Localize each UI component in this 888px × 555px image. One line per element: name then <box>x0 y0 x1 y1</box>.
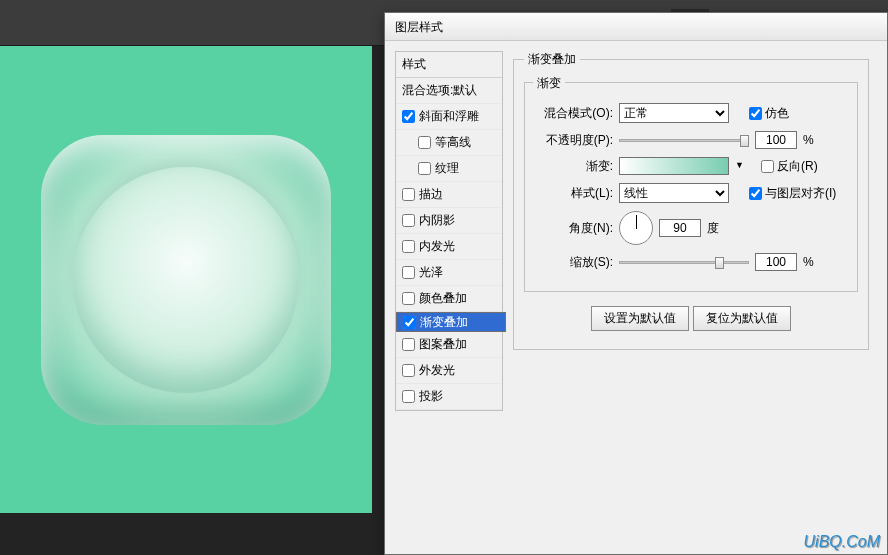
gradient-subgroup: 渐变 混合模式(O): 正常 仿色 不透明度(P): <box>524 82 858 292</box>
styles-header[interactable]: 样式 <box>396 52 502 78</box>
opacity-label: 不透明度(P): <box>535 132 613 149</box>
color-overlay-row[interactable]: 颜色叠加 <box>396 286 502 312</box>
style-label: 样式(L): <box>535 185 613 202</box>
inner-shadow-row[interactable]: 内阴影 <box>396 208 502 234</box>
stroke-row[interactable]: 描边 <box>396 182 502 208</box>
dialog-title: 图层样式 <box>395 20 443 34</box>
opacity-input[interactable] <box>755 131 797 149</box>
color-overlay-checkbox[interactable] <box>402 292 415 305</box>
texture-label: 纹理 <box>435 160 459 177</box>
texture-checkbox[interactable] <box>418 162 431 175</box>
overlay-group-title: 渐变叠加 <box>524 51 580 68</box>
outer-glow-row[interactable]: 外发光 <box>396 358 502 384</box>
reset-default-button[interactable]: 复位为默认值 <box>693 306 791 331</box>
stroke-checkbox[interactable] <box>402 188 415 201</box>
pattern-overlay-row[interactable]: 图案叠加 <box>396 332 502 358</box>
gradient-overlay-row[interactable]: 渐变叠加 <box>396 312 506 332</box>
blend-mode-label: 混合模式(O): <box>535 105 613 122</box>
gradient-label: 渐变: <box>535 158 613 175</box>
inner-shadow-checkbox[interactable] <box>402 214 415 227</box>
dialog-titlebar[interactable]: 图层样式 <box>385 13 887 41</box>
pattern-overlay-checkbox[interactable] <box>402 338 415 351</box>
drop-shadow-row[interactable]: 投影 <box>396 384 502 410</box>
layer-style-dialog: 图层样式 样式 混合选项:默认 斜面和浮雕 等高线 纹理 描边 <box>384 12 888 555</box>
outer-glow-label: 外发光 <box>419 362 455 379</box>
contour-row[interactable]: 等高线 <box>396 130 502 156</box>
reverse-checkbox[interactable] <box>761 160 774 173</box>
bevel-row[interactable]: 斜面和浮雕 <box>396 104 502 130</box>
align-label: 与图层对齐(I) <box>765 185 836 202</box>
drop-shadow-checkbox[interactable] <box>402 390 415 403</box>
pattern-overlay-label: 图案叠加 <box>419 336 467 353</box>
angle-input[interactable] <box>659 219 701 237</box>
align-checkbox[interactable] <box>749 187 762 200</box>
gradient-overlay-checkbox[interactable] <box>403 316 416 329</box>
document-canvas[interactable] <box>0 46 372 513</box>
opacity-unit: % <box>803 133 814 147</box>
angle-dial[interactable] <box>619 211 653 245</box>
reverse-label: 反向(R) <box>777 158 818 175</box>
bevel-label: 斜面和浮雕 <box>419 108 479 125</box>
scale-unit: % <box>803 255 814 269</box>
scale-label: 缩放(S): <box>535 254 613 271</box>
angle-label: 角度(N): <box>535 220 613 237</box>
dither-checkbox[interactable] <box>749 107 762 120</box>
inner-shadow-label: 内阴影 <box>419 212 455 229</box>
contour-label: 等高线 <box>435 134 471 151</box>
color-overlay-label: 颜色叠加 <box>419 290 467 307</box>
make-default-button[interactable]: 设置为默认值 <box>591 306 689 331</box>
gradient-overlay-panel: 渐变叠加 渐变 混合模式(O): 正常 仿色 不透明度(P): <box>513 51 869 350</box>
inner-glow-row[interactable]: 内发光 <box>396 234 502 260</box>
gradient-overlay-label: 渐变叠加 <box>420 314 468 331</box>
styles-list: 样式 混合选项:默认 斜面和浮雕 等高线 纹理 描边 内阴影 <box>395 51 503 411</box>
satin-label: 光泽 <box>419 264 443 281</box>
blending-options-row[interactable]: 混合选项:默认 <box>396 78 502 104</box>
inner-glow-checkbox[interactable] <box>402 240 415 253</box>
satin-checkbox[interactable] <box>402 266 415 279</box>
angle-unit: 度 <box>707 220 719 237</box>
gradient-picker[interactable] <box>619 157 729 175</box>
texture-row[interactable]: 纹理 <box>396 156 502 182</box>
blending-options-label: 混合选项:默认 <box>402 82 477 99</box>
watermark-text: UiBQ.CoM <box>804 533 880 551</box>
blend-mode-select[interactable]: 正常 <box>619 103 729 123</box>
gradient-subgroup-title: 渐变 <box>533 75 565 92</box>
scale-input[interactable] <box>755 253 797 271</box>
scale-slider[interactable] <box>619 261 749 264</box>
icon-artwork <box>41 135 331 425</box>
inner-glow-label: 内发光 <box>419 238 455 255</box>
satin-row[interactable]: 光泽 <box>396 260 502 286</box>
dither-label: 仿色 <box>765 105 789 122</box>
style-select[interactable]: 线性 <box>619 183 729 203</box>
opacity-slider[interactable] <box>619 139 749 142</box>
stroke-label: 描边 <box>419 186 443 203</box>
drop-shadow-label: 投影 <box>419 388 443 405</box>
outer-glow-checkbox[interactable] <box>402 364 415 377</box>
contour-checkbox[interactable] <box>418 136 431 149</box>
bevel-checkbox[interactable] <box>402 110 415 123</box>
